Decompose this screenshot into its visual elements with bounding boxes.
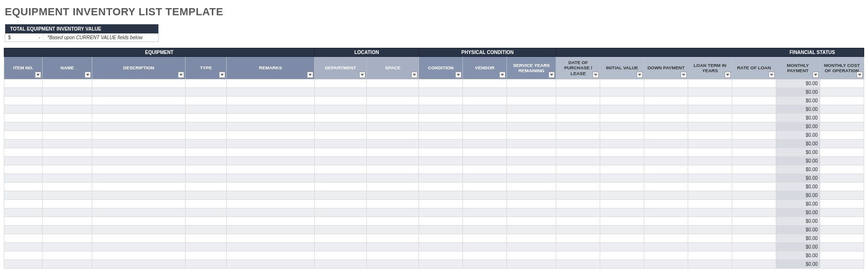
cell[interactable] <box>556 131 600 140</box>
cell[interactable] <box>820 105 864 114</box>
cell[interactable] <box>227 131 315 140</box>
cell[interactable] <box>644 200 688 208</box>
cell[interactable] <box>227 208 315 217</box>
cell[interactable] <box>600 114 644 122</box>
cell[interactable] <box>4 208 43 217</box>
filter-icon[interactable] <box>359 72 365 78</box>
cell[interactable] <box>507 183 556 191</box>
col-item-no[interactable]: ITEM NO. <box>4 57 43 79</box>
cell[interactable] <box>315 174 367 183</box>
cell[interactable] <box>186 200 227 208</box>
filter-icon[interactable] <box>681 72 687 78</box>
cell[interactable] <box>600 226 644 234</box>
cell[interactable] <box>507 226 556 234</box>
cell[interactable] <box>186 140 227 148</box>
cell[interactable] <box>820 157 864 165</box>
filter-icon[interactable] <box>499 72 505 78</box>
filter-icon[interactable] <box>85 72 91 78</box>
cell[interactable] <box>419 122 463 131</box>
cell[interactable] <box>556 208 600 217</box>
cell[interactable] <box>186 217 227 226</box>
cell[interactable] <box>688 200 732 208</box>
cell[interactable] <box>4 217 43 226</box>
cell[interactable] <box>507 191 556 200</box>
cell[interactable] <box>315 148 367 157</box>
cell[interactable] <box>688 251 732 260</box>
cell[interactable] <box>644 183 688 191</box>
cell[interactable] <box>367 165 419 174</box>
monthly-payment-cell[interactable]: $0.00 <box>776 131 820 140</box>
cell[interactable] <box>463 226 507 234</box>
cell[interactable] <box>92 174 185 183</box>
cell[interactable] <box>820 200 864 208</box>
cell[interactable] <box>556 243 600 251</box>
cell[interactable] <box>367 183 419 191</box>
cell[interactable] <box>92 131 185 140</box>
cell[interactable] <box>644 122 688 131</box>
cell[interactable] <box>688 217 732 226</box>
cell[interactable] <box>227 183 315 191</box>
cell[interactable] <box>4 148 43 157</box>
cell[interactable] <box>43 183 92 191</box>
monthly-payment-cell[interactable]: $0.00 <box>776 234 820 243</box>
cell[interactable] <box>315 140 367 148</box>
filter-icon[interactable] <box>35 72 41 78</box>
cell[interactable] <box>367 243 419 251</box>
cell[interactable] <box>419 88 463 97</box>
cell[interactable] <box>556 79 600 88</box>
col-monthly-cost[interactable]: MONTHLY COST OF OPERATION <box>820 57 864 79</box>
cell[interactable] <box>644 191 688 200</box>
cell[interactable] <box>463 97 507 105</box>
cell[interactable] <box>732 114 776 122</box>
cell[interactable] <box>4 97 43 105</box>
cell[interactable] <box>644 97 688 105</box>
cell[interactable] <box>507 157 556 165</box>
cell[interactable] <box>92 243 185 251</box>
cell[interactable] <box>367 200 419 208</box>
cell[interactable] <box>732 131 776 140</box>
cell[interactable] <box>186 208 227 217</box>
cell[interactable] <box>600 88 644 97</box>
cell[interactable] <box>4 260 43 269</box>
cell[interactable] <box>186 226 227 234</box>
cell[interactable] <box>4 200 43 208</box>
cell[interactable] <box>463 131 507 140</box>
cell[interactable] <box>186 148 227 157</box>
cell[interactable] <box>43 208 92 217</box>
cell[interactable] <box>600 140 644 148</box>
cell[interactable] <box>600 165 644 174</box>
cell[interactable] <box>732 174 776 183</box>
cell[interactable] <box>507 243 556 251</box>
cell[interactable] <box>315 234 367 243</box>
cell[interactable] <box>820 88 864 97</box>
cell[interactable] <box>507 165 556 174</box>
cell[interactable] <box>732 217 776 226</box>
cell[interactable] <box>644 234 688 243</box>
cell[interactable] <box>186 183 227 191</box>
cell[interactable] <box>644 88 688 97</box>
filter-icon[interactable] <box>411 72 418 78</box>
col-condition[interactable]: CONDITION <box>419 57 463 79</box>
cell[interactable] <box>732 234 776 243</box>
cell[interactable] <box>463 217 507 226</box>
cell[interactable] <box>732 200 776 208</box>
cell[interactable] <box>600 200 644 208</box>
cell[interactable] <box>463 260 507 269</box>
cell[interactable] <box>43 97 92 105</box>
cell[interactable] <box>600 243 644 251</box>
cell[interactable] <box>556 105 600 114</box>
cell[interactable] <box>367 97 419 105</box>
cell[interactable] <box>4 243 43 251</box>
filter-icon[interactable] <box>725 72 731 78</box>
cell[interactable] <box>4 191 43 200</box>
cell[interactable] <box>227 260 315 269</box>
cell[interactable] <box>367 226 419 234</box>
cell[interactable] <box>367 191 419 200</box>
cell[interactable] <box>227 140 315 148</box>
col-date-purchase[interactable]: DATE OF PURCHASE / LEASE <box>556 57 600 79</box>
cell[interactable] <box>227 174 315 183</box>
cell[interactable] <box>463 243 507 251</box>
cell[interactable] <box>4 157 43 165</box>
cell[interactable] <box>556 114 600 122</box>
cell[interactable] <box>820 131 864 140</box>
